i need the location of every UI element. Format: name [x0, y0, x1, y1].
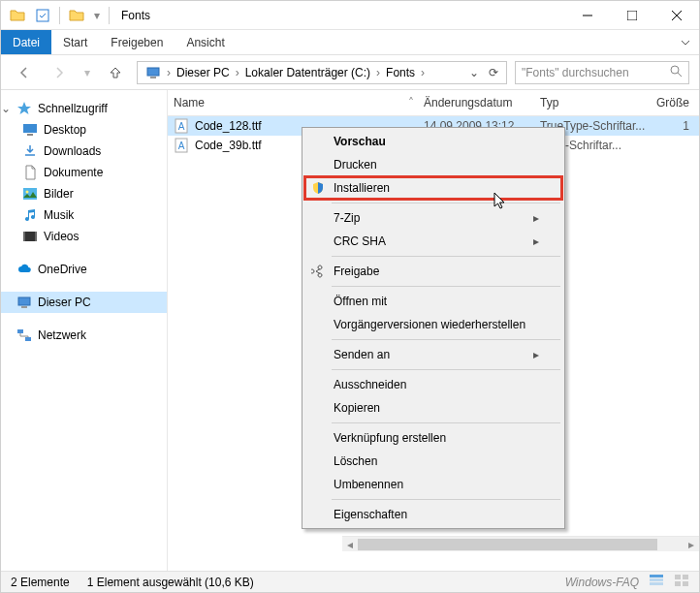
file-name: Code_39b.ttf — [195, 139, 262, 152]
ctx-share[interactable]: Freigabe — [304, 260, 562, 283]
picture-icon — [22, 186, 38, 202]
svg-rect-19 — [25, 337, 31, 341]
qat-props-icon[interactable] — [32, 5, 53, 26]
svg-rect-26 — [650, 582, 663, 585]
pc-icon — [142, 65, 165, 80]
svg-rect-14 — [23, 232, 25, 241]
column-type[interactable]: Typ — [540, 96, 656, 109]
watermark: Windows-FAQ — [565, 576, 639, 589]
sidebar-item-documents[interactable]: Dokumente — [1, 162, 167, 183]
ctx-rename[interactable]: Umbenennen — [304, 473, 562, 496]
chevron-right-icon[interactable]: › — [1, 263, 11, 276]
sidebar-item-music[interactable]: Musik — [1, 204, 167, 226]
svg-rect-11 — [23, 188, 37, 200]
titlebar: ▾ Fonts — [1, 1, 699, 30]
ctx-crcsha[interactable]: CRC SHA▸ — [304, 230, 562, 253]
column-headers: Name˄ Änderungsdatum Typ Größe — [168, 90, 699, 116]
address-bar[interactable]: › Dieser PC › Lokaler Datenträger (C:) ›… — [137, 61, 507, 84]
ctx-print[interactable]: Drucken — [304, 153, 562, 176]
ctx-open-with[interactable]: Öffnen mit — [304, 290, 562, 313]
ctx-properties[interactable]: Eigenschaften — [304, 503, 562, 526]
sidebar-item-downloads[interactable]: Downloads — [1, 140, 167, 162]
maximize-button[interactable] — [610, 1, 654, 30]
sidebar-this-pc[interactable]: ›Dieser PC — [1, 292, 167, 313]
qat-folder-icon[interactable] — [66, 5, 87, 26]
file-name: Code_128.ttf — [195, 119, 262, 133]
column-date[interactable]: Änderungsdatum — [424, 96, 540, 109]
view-details-icon[interactable] — [649, 574, 664, 590]
svg-rect-30 — [683, 581, 688, 586]
window-title: Fonts — [121, 9, 150, 22]
ctx-preview[interactable]: Vorschau — [304, 130, 562, 153]
breadcrumb-seg-2[interactable]: Fonts — [382, 66, 419, 79]
svg-rect-24 — [650, 575, 663, 577]
search-input[interactable]: "Fonts" durchsuchen — [515, 61, 689, 84]
separator — [332, 203, 560, 203]
separator — [332, 339, 560, 340]
tab-file[interactable]: Datei — [1, 30, 51, 54]
separator — [332, 499, 560, 500]
ctx-cut[interactable]: Ausschneiden — [304, 373, 562, 396]
sidebar-network[interactable]: ›Netzwerk — [1, 325, 167, 346]
separator — [332, 369, 560, 370]
nav-forward-button[interactable] — [46, 59, 73, 86]
ctx-7zip[interactable]: 7-Zip▸ — [304, 206, 562, 230]
chevron-right-icon[interactable]: › — [1, 328, 11, 342]
horizontal-scrollbar[interactable]: ◂ ▸ — [342, 536, 699, 551]
svg-rect-0 — [37, 10, 48, 21]
tab-start[interactable]: Start — [51, 30, 99, 54]
ctx-install[interactable]: Installieren — [304, 176, 562, 200]
cloud-icon — [16, 262, 32, 277]
search-placeholder: "Fonts" durchsuchen — [522, 66, 629, 79]
nav-back-button[interactable] — [11, 59, 38, 86]
ctx-copy[interactable]: Kopieren — [304, 396, 562, 420]
column-name[interactable]: Name˄ — [174, 96, 424, 109]
submenu-arrow-icon: ▸ — [533, 211, 539, 225]
chevron-right-icon[interactable]: › — [1, 296, 11, 309]
qat-dropdown-icon[interactable]: ▾ — [91, 5, 103, 26]
ctx-delete[interactable]: Löschen — [304, 450, 562, 473]
ctx-send-to[interactable]: Senden an▸ — [304, 343, 562, 366]
download-icon — [22, 143, 38, 159]
ribbon-expand-icon[interactable] — [672, 30, 699, 54]
pc-icon — [16, 295, 32, 310]
status-selection: 1 Element ausgewählt (10,6 KB) — [87, 576, 254, 589]
svg-rect-6 — [150, 77, 156, 78]
svg-rect-2 — [627, 11, 637, 20]
svg-rect-28 — [683, 575, 688, 579]
sidebar-onedrive[interactable]: ›OneDrive — [1, 259, 167, 280]
tab-share[interactable]: Freigeben — [99, 30, 175, 54]
scroll-thumb[interactable] — [358, 539, 657, 550]
ctx-restore-versions[interactable]: Vorgängerversionen wiederherstellen — [304, 313, 562, 336]
svg-rect-9 — [23, 124, 37, 133]
close-button[interactable] — [654, 1, 699, 30]
svg-point-12 — [26, 191, 29, 194]
tab-view[interactable]: Ansicht — [175, 30, 236, 54]
column-size[interactable]: Größe — [656, 96, 689, 109]
desktop-icon — [22, 122, 38, 138]
svg-rect-17 — [21, 306, 27, 308]
sidebar-item-videos[interactable]: Videos — [1, 226, 167, 247]
address-refresh-icon[interactable]: ⟳ — [485, 66, 502, 79]
view-thumbnails-icon[interactable] — [674, 574, 689, 590]
star-icon — [16, 101, 32, 116]
minimize-button[interactable] — [565, 1, 610, 30]
network-icon — [16, 328, 32, 343]
scroll-left-icon[interactable]: ◂ — [342, 537, 358, 552]
share-icon — [310, 264, 326, 279]
breadcrumb-seg-1[interactable]: Lokaler Datenträger (C:) — [241, 66, 374, 79]
svg-rect-10 — [27, 134, 33, 136]
address-dropdown-icon[interactable]: ⌄ — [465, 66, 483, 79]
svg-rect-25 — [650, 578, 663, 581]
chevron-down-icon[interactable]: ⌄ — [1, 102, 11, 115]
sidebar-item-pictures[interactable]: Bilder — [1, 183, 167, 204]
breadcrumb-seg-0[interactable]: Dieser PC — [173, 66, 234, 79]
ctx-create-shortcut[interactable]: Verknüpfung erstellen — [304, 426, 562, 450]
sidebar-quick-access[interactable]: ⌄ Schnellzugriff — [1, 98, 167, 119]
sidebar-item-desktop[interactable]: Desktop — [1, 119, 167, 140]
nav-up-button[interactable] — [102, 59, 129, 86]
video-icon — [22, 229, 38, 244]
scroll-right-icon[interactable]: ▸ — [684, 537, 699, 552]
ribbon-tabs: Datei Start Freigeben Ansicht — [1, 30, 699, 55]
nav-history-button[interactable]: ▾ — [80, 59, 94, 86]
